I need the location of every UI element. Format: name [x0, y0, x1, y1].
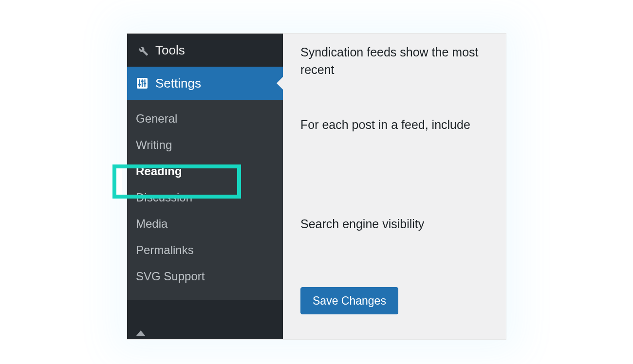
submenu-label: Discussion	[136, 191, 192, 204]
submenu-label: Media	[136, 217, 168, 231]
search-visibility-label: Search engine visibility	[300, 215, 490, 233]
settings-submenu: General Writing Reading Discussion Media…	[127, 100, 283, 300]
submenu-item-permalinks[interactable]: Permalinks	[127, 237, 283, 263]
settings-reading-content: Syndication feeds show the most recent F…	[283, 34, 506, 339]
sidebar-main-menu: Tools Settings	[127, 34, 283, 100]
submenu-label: Permalinks	[136, 243, 194, 257]
feed-include-label: For each post in a feed, include	[300, 116, 490, 133]
wrench-icon	[136, 44, 149, 56]
submenu-label: General	[136, 112, 177, 126]
collapse-menu-icon[interactable]	[136, 330, 146, 336]
submenu-item-general[interactable]: General	[127, 106, 283, 132]
sidebar-item-label: Settings	[155, 76, 201, 91]
sidebar-item-tools[interactable]: Tools	[127, 34, 283, 67]
submenu-item-media[interactable]: Media	[127, 211, 283, 237]
svg-rect-5	[141, 81, 144, 82]
submenu-label: SVG Support	[136, 270, 205, 283]
save-changes-button[interactable]: Save Changes	[300, 287, 398, 314]
submenu-label: Writing	[136, 138, 172, 152]
submenu-item-reading[interactable]: Reading	[127, 158, 283, 184]
admin-sidebar: Tools Settings General Writing Reading D…	[127, 34, 283, 339]
submenu-label: Reading	[136, 164, 182, 178]
sidebar-item-label: Tools	[155, 43, 185, 58]
sliders-icon	[136, 77, 149, 90]
stage: Tools Settings General Writing Reading D…	[0, 0, 633, 364]
submenu-item-writing[interactable]: Writing	[127, 132, 283, 158]
svg-rect-6	[144, 83, 147, 84]
submenu-item-svg-support[interactable]: SVG Support	[127, 263, 283, 290]
sidebar-item-settings[interactable]: Settings	[127, 67, 283, 100]
svg-rect-4	[138, 84, 141, 85]
submenu-item-discussion[interactable]: Discussion	[127, 184, 283, 211]
svg-rect-1	[139, 79, 140, 87]
syndication-feeds-label: Syndication feeds show the most recent	[300, 43, 490, 79]
admin-panel-card: Tools Settings General Writing Reading D…	[127, 33, 506, 340]
